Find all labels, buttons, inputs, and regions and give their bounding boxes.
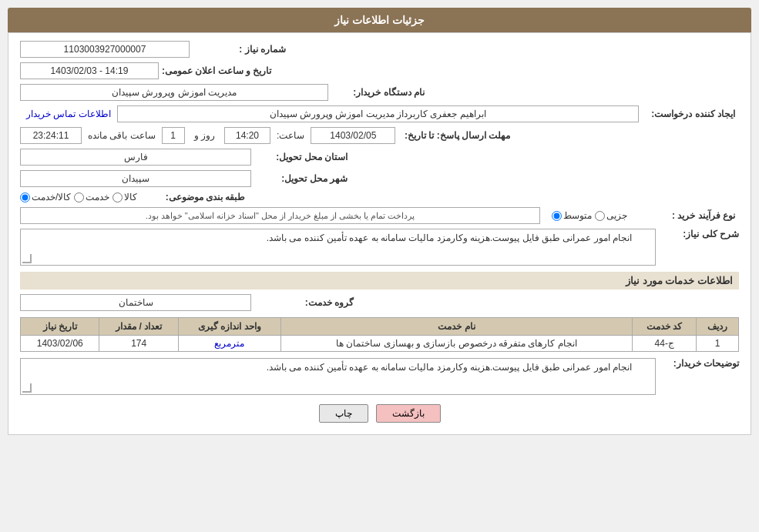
mohlat-row: مهلت ارسال پاسخ: تا تاریخ: 1403/02/05 سا… <box>20 127 739 144</box>
services-table-section: ردیف کد خدمت نام خدمت واحد اندازه گیری ت… <box>20 317 739 352</box>
khadamat-section-title: اطلاعات خدمات مورد نیاز <box>20 272 739 289</box>
tabaqe-kala-khedmat-radio[interactable] <box>20 192 30 202</box>
farayand-motavasset-radio[interactable] <box>552 211 562 221</box>
nam-dastgah-label: نام دستگاه خریدار: <box>328 87 428 98</box>
col-radif: ردیف <box>697 318 739 336</box>
mohlat-date: 1403/02/05 <box>311 127 395 144</box>
resize-handle-2 <box>22 383 32 393</box>
tabaqe-kala-khedmat-item: کالا/خدمت <box>20 192 71 202</box>
farayand-motavasset-item: متوسط <box>552 210 592 221</box>
farayand-desc: پرداخت تمام یا بخشی از مبلغ خریدار از مح… <box>20 207 540 224</box>
mohlat-saat-label: ساعت: <box>277 130 304 141</box>
nam-dastgah-row: نام دستگاه خریدار: مدیریت اموزش وپرورش س… <box>20 84 739 101</box>
page-title: جزئیات اطلاعات نیاز <box>334 14 425 26</box>
ettelaat-link[interactable]: اطلاعات تماس خریدار <box>26 109 111 119</box>
ijad-konande-value: ابراهیم جعفری کاربرداز مدیریت اموزش وپرو… <box>117 105 639 122</box>
nam-dastgah-value: مدیریت اموزش وپرورش سپیدان <box>20 84 328 101</box>
col-vahed: واحد اندازه گیری <box>178 318 280 336</box>
tabaqe-khedmat-label: خدمت <box>86 192 109 202</box>
sharh-row: شرح کلی نیاز: انجام امور عمرانی طبق فایل… <box>20 229 739 266</box>
cell-tarikh: 1403/02/06 <box>21 336 99 352</box>
shmare-niaz-row: شماره نیاز : 1103003927000007 <box>20 41 739 58</box>
tarikh-row: تاریخ و ساعت اعلان عمومی: 1403/02/03 - 1… <box>20 62 739 79</box>
farayand-jozi-item: جزیی <box>595 210 627 221</box>
tabaqe-label: طبقه بندی موضوعی: <box>149 192 249 202</box>
tabaqe-kala-khedmat-label: کالا/خدمت <box>32 192 71 202</box>
sharh-label: شرح کلی نیاز: <box>662 229 739 239</box>
tozihaat-value: انجام امور عمرانی طبق فایل پیوست.هزینه و… <box>20 358 656 395</box>
table-row: 1 ج-44 انجام کارهای متفرقه درخصوص بازساز… <box>21 336 739 352</box>
cell-radif: 1 <box>697 336 739 352</box>
tozihaat-row: توضیحات خریدار: انجام امور عمرانی طبق فا… <box>20 358 739 395</box>
tozihaat-label: توضیحات خریدار: <box>662 358 739 369</box>
cell-vahed: مترمربع <box>178 336 280 352</box>
sharh-value: انجام امور عمرانی طبق فایل پیوست.هزینه و… <box>20 229 656 266</box>
goroh-value: ساختمان <box>20 294 251 311</box>
ostan-row: استان محل تحویل: فارس <box>20 149 739 166</box>
shahr-value: سپیدان <box>20 170 251 187</box>
buttons-row: بازگشت چاپ <box>20 404 739 423</box>
farayand-label: نوع فرآیند خرید : <box>639 210 739 221</box>
tabaqe-options: کالا خدمت کالا/خدمت <box>20 192 137 202</box>
tarikh-label: تاریخ و ساعت اعلان عمومی: <box>162 65 275 76</box>
page-header: جزئیات اطلاعات نیاز <box>8 8 751 32</box>
farayand-row: نوع فرآیند خرید : جزیی متوسط پرداخت تمام… <box>20 207 739 224</box>
services-table: ردیف کد خدمت نام خدمت واحد اندازه گیری ت… <box>20 317 739 352</box>
print-button[interactable]: چاپ <box>319 404 368 423</box>
mohlat-baqi-label: ساعت باقی مانده <box>88 130 156 141</box>
goroh-label: گروه خدمت: <box>257 297 358 308</box>
tabaqe-kala-item: کالا <box>113 192 137 202</box>
tabaqe-kala-radio[interactable] <box>113 192 123 202</box>
ostan-label: استان محل تحویل: <box>251 152 351 162</box>
tabaqe-khedmat-item: خدمت <box>74 192 109 202</box>
shmare-niaz-value: 1103003927000007 <box>20 41 190 58</box>
shmare-niaz-label: شماره نیاز : <box>190 44 290 55</box>
col-code: کد خدمت <box>633 318 697 336</box>
cell-tedad: 174 <box>99 336 178 352</box>
ostan-value: فارس <box>20 149 251 166</box>
mohlat-baqi: 23:24:11 <box>20 127 82 144</box>
back-button[interactable]: بازگشت <box>376 404 441 423</box>
farayand-jozi-label: جزیی <box>606 210 627 221</box>
farayand-motavasset-label: متوسط <box>563 210 592 221</box>
tabaqe-khedmat-radio[interactable] <box>74 192 84 202</box>
tabaqe-row: طبقه بندی موضوعی: کالا خدمت کالا/خدمت <box>20 192 739 202</box>
col-tedad: تعداد / مقدار <box>99 318 178 336</box>
col-name: نام خدمت <box>280 318 633 336</box>
mohlat-rooz-label: روز و <box>194 130 215 141</box>
mohlat-rooz: 1 <box>162 127 185 144</box>
cell-name: انجام کارهای متفرقه درخصوص بازسازی و بهس… <box>280 336 633 352</box>
mohlat-label: مهلت ارسال پاسخ: تا تاریخ: <box>398 130 514 141</box>
mohlat-saat: 14:20 <box>224 127 270 144</box>
tabaqe-kala-label: کالا <box>124 192 137 202</box>
farayand-options: جزیی متوسط <box>552 210 627 221</box>
shahr-row: شهر محل تحویل: سپیدان <box>20 170 739 187</box>
ijad-konande-row: ایجاد کننده درخواست: ابراهیم جعفری کاربر… <box>20 105 739 122</box>
resize-handle <box>22 254 32 263</box>
tarikh-value: 1403/02/03 - 14:19 <box>20 62 159 79</box>
col-tarikh: تاریخ نیاز <box>21 318 99 336</box>
goroh-row: گروه خدمت: ساختمان <box>20 294 739 311</box>
shahr-label: شهر محل تحویل: <box>251 173 351 184</box>
farayand-jozi-radio[interactable] <box>595 211 605 221</box>
ijad-konande-label: ایجاد کننده درخواست: <box>639 109 739 119</box>
cell-code: ج-44 <box>633 336 697 352</box>
